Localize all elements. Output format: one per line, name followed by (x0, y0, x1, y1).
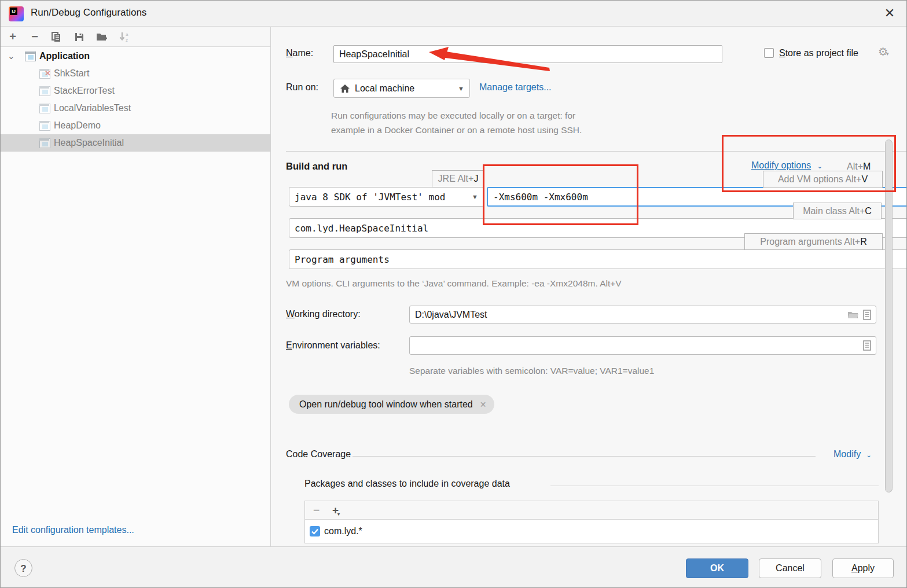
help-button[interactable]: ? (14, 559, 32, 577)
configurations-tree: ⌄ Application ✕ ShkStart StackErrorTest (1, 47, 270, 152)
svg-text:z: z (126, 38, 128, 43)
tree-node-heapdemo[interactable]: HeapDemo (1, 117, 270, 134)
program-arguments-input[interactable]: Program arguments (289, 249, 907, 269)
caret-down-icon: ▾ (886, 51, 889, 57)
run-on-hint-line1: Run configurations may be executed local… (331, 111, 575, 121)
open-tool-window-tag: Open run/debug tool window when started … (289, 395, 494, 414)
minus-icon: − (31, 30, 38, 43)
jre-value-rest: SDK of 'JVMTest' mod (328, 192, 472, 203)
dialog-footer: ? OK Cancel Apply (1, 546, 907, 588)
working-directory-value: D:\0java\JVMTest (410, 310, 492, 320)
intellij-logo-monogram: IJ (10, 8, 17, 15)
section-divider (286, 151, 907, 152)
tree-node-label: StackErrorTest (54, 86, 115, 95)
edit-configuration-templates-link[interactable]: Edit configuration templates... (12, 525, 134, 535)
application-config-icon: ✕ (39, 69, 49, 78)
save-configuration-button[interactable] (74, 31, 89, 45)
apply-button[interactable]: Apply (832, 558, 894, 578)
add-configuration-button[interactable]: + (5, 30, 20, 44)
cancel-button[interactable]: Cancel (759, 558, 821, 578)
expand-field-icon[interactable] (863, 310, 871, 320)
browse-folder-icon[interactable] (847, 310, 858, 319)
application-type-icon (25, 52, 35, 60)
configurations-sidebar: + − (1, 27, 271, 546)
tree-node-label: LocalVariablesTest (54, 103, 131, 113)
packages-include-title: Packages and classes to include in cover… (304, 479, 510, 489)
run-on-label: Run on: (286, 82, 318, 93)
checkmark-icon (310, 526, 320, 536)
window-title: Run/Debug Configurations (31, 7, 146, 19)
application-config-icon (39, 138, 49, 147)
working-directory-input[interactable]: D:\0java\JVMTest (409, 306, 876, 324)
chevron-down-icon[interactable]: ⌄ (8, 47, 19, 65)
sort-alphabetically-icon: a z (118, 31, 132, 43)
pattern-checkbox-checked[interactable] (310, 526, 320, 536)
run-on-select[interactable]: Local machine ▼ (333, 79, 470, 98)
remove-tag-icon[interactable]: ✕ (480, 400, 487, 409)
packages-divider (550, 486, 879, 486)
coverage-modify-link[interactable]: Modify ⌄ (833, 449, 872, 460)
sort-configurations-button[interactable]: a z (118, 31, 133, 45)
run-debug-configurations-dialog: IJ Run/Debug Configurations ✕ + − (0, 0, 907, 588)
main-class-tooltip: Main class Alt+C (793, 203, 882, 219)
save-icon (74, 31, 85, 43)
manage-targets-link[interactable]: Manage targets... (479, 82, 552, 93)
code-coverage-title: Code Coverage (286, 449, 351, 460)
invalid-config-icon: ✕ (45, 65, 51, 82)
environment-variables-hint: Separate variables with semicolon: VAR=v… (409, 366, 654, 376)
jre-select[interactable]: java 8 SDK of 'JVMTest' mod ▼ (289, 187, 484, 207)
program-arguments-placeholder: Program arguments (289, 254, 395, 265)
code-coverage-divider (352, 456, 816, 457)
environment-variables-label: Environment variables: (286, 340, 380, 351)
remove-pattern-button[interactable]: − (313, 504, 320, 517)
pattern-value: com.lyd.* (324, 526, 362, 536)
svg-text:a: a (126, 32, 128, 37)
vm-options-value: -Xms600m -Xmx600m (488, 192, 593, 203)
tree-node-shkstart[interactable]: ✕ ShkStart (1, 65, 270, 82)
application-config-icon (39, 86, 49, 95)
help-icon: ? (20, 563, 26, 574)
configuration-editor-panel: Name: Store as project file ⚙▾ Run on: L… (271, 27, 907, 546)
run-on-value: Local machine (355, 83, 414, 94)
add-pattern-button[interactable]: +▾ (332, 504, 339, 517)
chevron-down-icon: ⌄ (817, 163, 822, 170)
home-icon (340, 84, 350, 93)
tree-node-stackerrortest[interactable]: StackErrorTest (1, 82, 270, 100)
program-arguments-tooltip: Program arguments Alt+R (744, 233, 883, 250)
modify-options-link[interactable]: Modify options ⌄ (751, 160, 822, 171)
tree-node-label: HeapDemo (54, 120, 101, 130)
tree-node-label: ShkStart (54, 68, 89, 78)
expand-field-icon[interactable] (863, 340, 871, 351)
environment-variables-input[interactable] (409, 336, 876, 355)
coverage-packages-table: − +▾ com.lyd.* (304, 501, 879, 543)
chevron-down-icon: ⌄ (866, 451, 872, 458)
tree-node-localvariablestest[interactable]: LocalVariablesTest (1, 100, 270, 117)
run-on-hint-line2: example in a Docker Container or on a re… (331, 125, 582, 135)
add-vm-options-tooltip: Add VM options Alt+V (763, 171, 883, 188)
store-as-project-file-checkbox[interactable] (764, 48, 774, 58)
coverage-table-toolbar: − +▾ (305, 501, 878, 520)
new-folder-button[interactable] (96, 31, 111, 45)
title-bar: IJ Run/Debug Configurations ✕ (1, 1, 907, 27)
store-as-project-file-label: Store as project file (779, 48, 858, 58)
tree-node-heapspaceinitial-selected[interactable]: HeapSpaceInitial (1, 134, 270, 152)
caret-down-icon: ▾ (337, 512, 340, 517)
name-label: Name: (286, 48, 313, 58)
sidebar-toolbar: + − (1, 27, 270, 47)
gear-icon[interactable]: ⚙▾ (878, 45, 888, 58)
name-input[interactable] (333, 45, 722, 63)
copy-icon (50, 31, 62, 43)
copy-configuration-button[interactable] (50, 31, 65, 45)
vm-options-hint: VM options. CLI arguments to the ‘Java’ … (286, 278, 622, 289)
ok-button[interactable]: OK (686, 558, 748, 578)
dropdown-arrow-icon: ▼ (472, 193, 478, 200)
close-icon[interactable]: ✕ (880, 5, 899, 22)
plus-icon: + (9, 30, 16, 43)
tree-node-application[interactable]: ⌄ Application (1, 47, 270, 65)
working-directory-label: Working directory: (286, 309, 361, 319)
remove-configuration-button[interactable]: − (27, 30, 42, 44)
coverage-pattern-row[interactable]: com.lyd.* (305, 520, 878, 543)
vertical-scrollbar-thumb[interactable] (885, 139, 893, 493)
tag-label: Open run/debug tool window when started (299, 399, 473, 410)
tree-node-label: Application (39, 51, 90, 61)
